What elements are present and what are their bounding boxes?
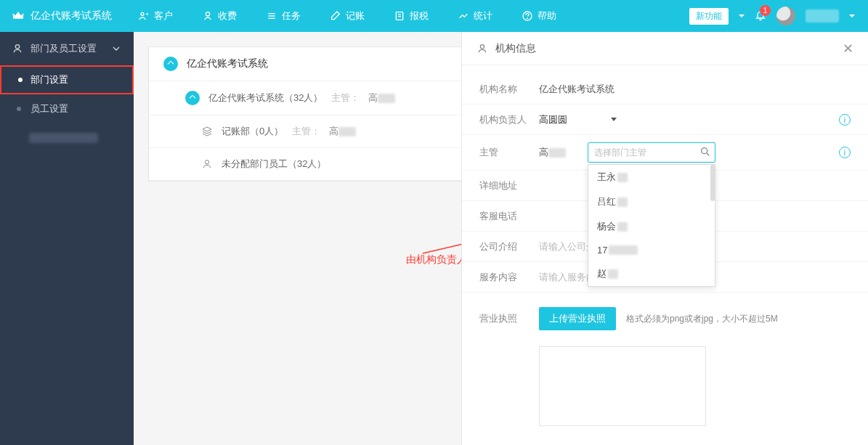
- nav-bookkeeping[interactable]: 记账: [315, 0, 379, 32]
- svg-point-13: [480, 44, 484, 48]
- manager-option[interactable]: 杨会: [588, 214, 715, 239]
- dept-name: 记账部（0人）: [222, 125, 283, 138]
- sidebar-title: 部门及员工设置: [31, 42, 97, 55]
- supervisor-label: 主管：: [331, 91, 360, 105]
- new-feature-badge[interactable]: 新功能: [689, 8, 729, 25]
- form-label: 客服电话: [479, 210, 539, 223]
- nav-tax[interactable]: 报税: [379, 0, 443, 32]
- nav-label: 客户: [154, 9, 173, 23]
- brand-area: 亿企代账考试系统: [0, 9, 123, 23]
- nav-label: 统计: [474, 9, 492, 23]
- fees-icon: [202, 10, 214, 22]
- current-manager-value: 高: [539, 146, 566, 159]
- search-icon: [699, 146, 711, 158]
- form-label: 服务内容: [479, 271, 539, 284]
- sidebar-item-label: 员工设置: [31, 102, 68, 115]
- brand-title: 亿企代账考试系统: [31, 9, 112, 23]
- notifications-button[interactable]: 1: [755, 9, 766, 23]
- nav-list: 客户 收费 任务 记账 报税 统计 帮助: [123, 0, 571, 32]
- nav-label: 报税: [410, 9, 429, 23]
- svg-point-1: [206, 12, 209, 16]
- sidebar-item-dept-settings[interactable]: 部门设置: [0, 65, 134, 94]
- sidebar: 部门及员工设置 部门设置 员工设置: [0, 32, 134, 445]
- field-manager: 主管 高 王永 吕红 杨会 17 赵 i: [462, 135, 868, 171]
- user-icon: [476, 43, 488, 54]
- sidebar-item-blurred: [0, 123, 134, 152]
- svg-point-11: [205, 160, 208, 164]
- nav-help[interactable]: 帮助: [507, 0, 571, 32]
- tax-icon: [394, 10, 405, 22]
- tasks-icon: [266, 10, 277, 22]
- info-icon[interactable]: i: [839, 114, 851, 126]
- upload-hint: 格式必须为png或者jpg，大小不超过5M: [626, 313, 778, 325]
- sidebar-item-label: 部门设置: [31, 73, 68, 86]
- manager-option[interactable]: 赵: [588, 261, 715, 286]
- svg-point-0: [141, 12, 144, 15]
- license-preview-box: [539, 346, 706, 426]
- customers-icon: [138, 10, 150, 22]
- dept-name: 亿企代账考试系统（32人）: [208, 91, 323, 105]
- nav-label: 帮助: [538, 9, 556, 23]
- bookkeeping-icon: [330, 10, 341, 22]
- owner-value: 高圆圆: [539, 113, 567, 126]
- org-name-value: 亿企代账考试系统: [539, 83, 615, 96]
- manager-option[interactable]: 吕红: [588, 189, 715, 214]
- svg-point-10: [15, 45, 19, 49]
- top-navigation: 亿企代账考试系统 客户 收费 任务 记账 报税 统计 帮助: [0, 0, 868, 32]
- form-label: 详细地址: [479, 179, 539, 192]
- nav-fees[interactable]: 收费: [187, 0, 251, 32]
- close-button[interactable]: ✕: [843, 41, 853, 57]
- form-label: 机构名称: [479, 83, 539, 96]
- panel-title: 机构信息: [495, 42, 536, 55]
- user-icon: [201, 158, 213, 170]
- field-license: 营业执照 上传营业执照 格式必须为png或者jpg，大小不超过5M: [462, 293, 868, 338]
- nav-label: 收费: [218, 9, 237, 23]
- supervisor-name: 高: [368, 91, 395, 105]
- notification-count: 1: [760, 5, 771, 16]
- stats-icon: [458, 10, 469, 22]
- org-icon: [163, 57, 178, 71]
- manager-option[interactable]: 17: [588, 239, 715, 261]
- caret-down-icon: [611, 118, 617, 121]
- org-info-panel: 机构信息 ✕ 机构名称 亿企代账考试系统 机构负责人 高圆圆 i 主管 高: [461, 32, 868, 445]
- field-owner[interactable]: 机构负责人 高圆圆 i: [462, 105, 868, 135]
- chevron-down-icon[interactable]: [739, 15, 745, 17]
- org-icon: [185, 91, 200, 105]
- layers-icon: [201, 126, 213, 137]
- supervisor-label: 主管：: [292, 125, 320, 138]
- form-label: 营业执照: [479, 312, 539, 325]
- nav-stats[interactable]: 统计: [443, 0, 507, 32]
- supervisor-name: 高: [329, 125, 356, 138]
- info-icon[interactable]: i: [839, 147, 851, 158]
- avatar[interactable]: [776, 7, 795, 25]
- field-org-name: 机构名称 亿企代账考试系统: [462, 74, 868, 105]
- manager-select-input[interactable]: [588, 142, 715, 163]
- nav-tasks[interactable]: 任务: [251, 0, 315, 32]
- topbar-right: 新功能 1: [689, 7, 868, 25]
- dept-name: 未分配部门员工（32人）: [222, 158, 326, 171]
- manager-dropdown-list: 王永 吕红 杨会 17 赵: [588, 164, 715, 287]
- chevron-down-icon[interactable]: [849, 15, 855, 17]
- sidebar-item-staff-settings[interactable]: 员工设置: [0, 94, 134, 123]
- sidebar-header[interactable]: 部门及员工设置: [0, 32, 134, 65]
- owner-dropdown[interactable]: 高圆圆: [539, 113, 617, 126]
- username-blurred: [806, 9, 839, 23]
- scrollbar-thumb[interactable]: [710, 165, 715, 201]
- crown-icon: [12, 9, 25, 23]
- manager-option[interactable]: 王永: [588, 165, 715, 189]
- user-icon: [12, 43, 23, 54]
- form-label: 机构负责人: [479, 113, 539, 126]
- svg-point-9: [527, 18, 528, 19]
- nav-customers[interactable]: 客户: [123, 0, 187, 32]
- svg-point-14: [702, 148, 707, 154]
- nav-label: 任务: [282, 9, 301, 23]
- chevron-down-icon: [110, 43, 122, 54]
- nav-label: 记账: [346, 9, 365, 23]
- form-label: 主管: [479, 146, 539, 159]
- dept-root-name: 亿企代账考试系统: [187, 57, 268, 70]
- panel-header: 机构信息 ✕: [462, 32, 868, 65]
- help-icon: [522, 10, 533, 22]
- form-label: 公司介绍: [479, 240, 539, 253]
- upload-license-button[interactable]: 上传营业执照: [539, 307, 616, 330]
- svg-line-15: [707, 153, 709, 155]
